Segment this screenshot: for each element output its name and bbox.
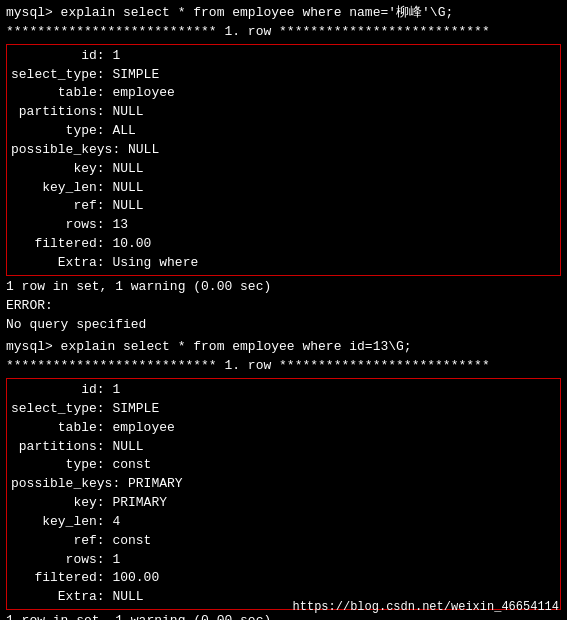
- result-row-1-rows: rows: 13: [11, 216, 556, 235]
- result-row-1-key: key: NULL: [11, 160, 556, 179]
- result-row-1-key-len: key_len: NULL: [11, 179, 556, 198]
- footer-line-1: 1 row in set, 1 warning (0.00 sec): [6, 278, 561, 297]
- result-row-2-ref: ref: const: [11, 532, 556, 551]
- terminal: mysql> explain select * from employee wh…: [0, 0, 567, 620]
- result-row-1-table: table: employee: [11, 84, 556, 103]
- result-row-2-possible-keys: possible_keys: PRIMARY: [11, 475, 556, 494]
- blog-link[interactable]: https://blog.csdn.net/weixin_46654114: [293, 600, 559, 614]
- error-msg-1: No query specified: [6, 316, 561, 335]
- result-box-2: id: 1 select_type: SIMPLE table: employe…: [6, 378, 561, 610]
- result-row-2-filtered: filtered: 100.00: [11, 569, 556, 588]
- result-row-2-table: table: employee: [11, 419, 556, 438]
- error-label-1: ERROR:: [6, 297, 561, 316]
- result-box-1: id: 1 select_type: SIMPLE table: employe…: [6, 44, 561, 276]
- result-row-2-rows: rows: 1: [11, 551, 556, 570]
- result-row-1-possible-keys: possible_keys: NULL: [11, 141, 556, 160]
- result-row-1-ref: ref: NULL: [11, 197, 556, 216]
- result-row-1-filtered: filtered: 10.00: [11, 235, 556, 254]
- result-row-2-key: key: PRIMARY: [11, 494, 556, 513]
- result-row-1-type: type: ALL: [11, 122, 556, 141]
- result-row-1-extra: Extra: Using where: [11, 254, 556, 273]
- prompt-line-2: mysql> explain select * from employee wh…: [6, 338, 561, 357]
- star-line-1: *************************** 1. row *****…: [6, 23, 561, 42]
- result-row-2-key-len: key_len: 4: [11, 513, 556, 532]
- result-row-1-id: id: 1: [11, 47, 556, 66]
- star-line-2: *************************** 1. row *****…: [6, 357, 561, 376]
- result-row-2-select-type: select_type: SIMPLE: [11, 400, 556, 419]
- result-row-1-select-type: select_type: SIMPLE: [11, 66, 556, 85]
- prompt-line-1: mysql> explain select * from employee wh…: [6, 4, 561, 23]
- result-row-2-id: id: 1: [11, 381, 556, 400]
- result-row-2-type: type: const: [11, 456, 556, 475]
- result-row-2-partitions: partitions: NULL: [11, 438, 556, 457]
- result-row-1-partitions: partitions: NULL: [11, 103, 556, 122]
